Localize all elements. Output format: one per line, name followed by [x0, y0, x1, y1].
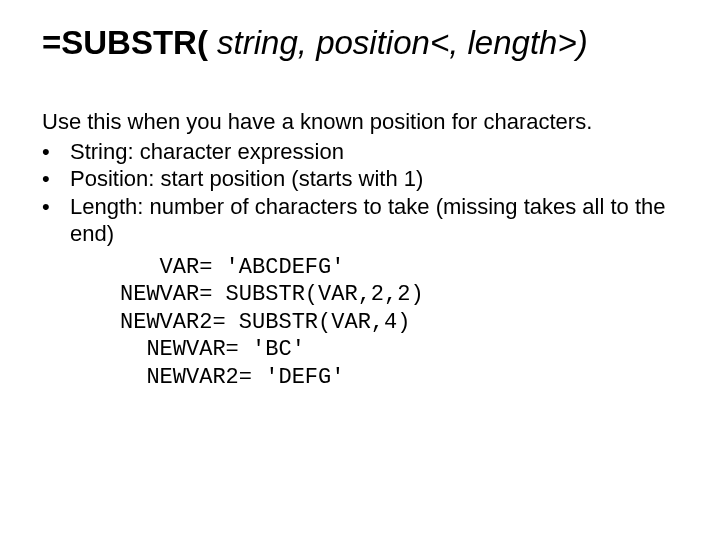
slide-content: =SUBSTR( string, position<, length>) Use…	[0, 0, 720, 391]
code-line: NEWVAR= SUBSTR(VAR,2,2)	[120, 281, 678, 309]
code-block: VAR= 'ABCDEFG' NEWVAR= SUBSTR(VAR,2,2) N…	[120, 254, 678, 392]
list-item: String: character expression	[42, 138, 678, 166]
list-item: Length: number of characters to take (mi…	[42, 193, 678, 248]
bullet-list: String: character expression Position: s…	[42, 138, 678, 248]
list-item: Position: start position (starts with 1)	[42, 165, 678, 193]
code-line: NEWVAR2= 'DEFG'	[120, 364, 678, 392]
title-italic-part: string, position<, length>)	[208, 24, 588, 61]
code-line: VAR= 'ABCDEFG'	[120, 254, 678, 282]
intro-text: Use this when you have a known position …	[42, 108, 678, 136]
title-bold-part: =SUBSTR(	[42, 24, 208, 61]
code-line: NEWVAR2= SUBSTR(VAR,4)	[120, 309, 678, 337]
code-line: NEWVAR= 'BC'	[120, 336, 678, 364]
slide-title: =SUBSTR( string, position<, length>)	[42, 24, 678, 62]
